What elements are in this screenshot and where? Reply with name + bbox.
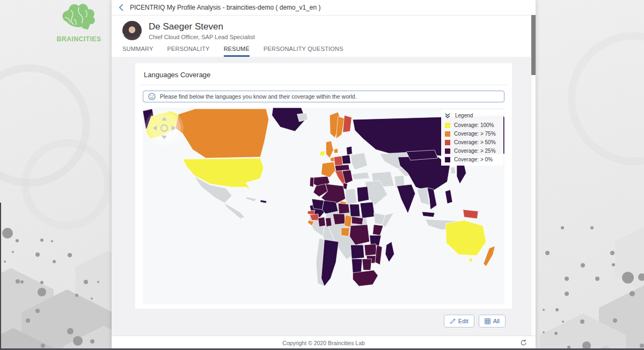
decor-dot	[67, 328, 74, 334]
country-cuba[interactable]	[246, 197, 257, 202]
pan-right-icon[interactable]	[172, 125, 175, 131]
country-ivory-coast[interactable]	[318, 217, 326, 227]
edit-button[interactable]: Edit	[444, 315, 474, 327]
country-mauritania[interactable]	[312, 199, 324, 210]
all-button[interactable]: All	[479, 315, 506, 327]
country-central-african-republic[interactable]	[352, 217, 363, 225]
country-new-zealand[interactable]	[484, 246, 495, 266]
pan-up-icon[interactable]	[162, 117, 167, 121]
country-portugal[interactable]	[310, 177, 314, 187]
country-angola[interactable]	[350, 245, 364, 259]
decor-dot	[555, 308, 559, 311]
decor-dot	[630, 291, 635, 296]
tab-resume[interactable]: RESUMÉ	[224, 46, 250, 57]
pan-center-icon[interactable]	[160, 124, 168, 132]
background-right	[536, 0, 644, 350]
hint-banner: Please find below the languages you know…	[143, 91, 504, 102]
refresh-icon[interactable]	[520, 339, 527, 346]
country-south-africa[interactable]	[353, 270, 378, 286]
decor-dot	[610, 251, 614, 255]
country-zambia[interactable]	[364, 244, 377, 256]
country-senegal[interactable]	[308, 210, 315, 215]
legend-item: Coverage: > 50%	[445, 139, 500, 145]
country-kenya[interactable]	[372, 225, 383, 235]
decor-dot	[84, 280, 88, 284]
country-canada[interactable]	[175, 109, 269, 158]
country-poland[interactable]	[342, 155, 351, 164]
decor-dot	[53, 260, 56, 263]
map-pan-control[interactable]	[150, 114, 178, 142]
legend-item: Coverage: > 75%	[445, 131, 500, 137]
country-argentina[interactable]	[321, 240, 339, 286]
decor-dot	[12, 251, 14, 253]
country-ukraine[interactable]	[350, 153, 367, 170]
scrollbar-thumb[interactable]	[531, 15, 536, 75]
country-malaysia[interactable]	[422, 212, 434, 217]
country-finland[interactable]	[343, 115, 352, 132]
country-turkey[interactable]	[352, 172, 369, 180]
legend-label: Coverage: > 0%	[454, 157, 493, 162]
decor-dot	[73, 336, 83, 346]
country-korea[interactable]	[450, 167, 456, 174]
scrollbar[interactable]	[531, 15, 536, 336]
legend-label: Coverage: 100%	[454, 122, 494, 128]
tab-personality-questions[interactable]: PERSONALITY QUESTIONS	[264, 46, 343, 57]
copyright-text: Copyright © 2020 Braincities Lab	[282, 340, 365, 346]
country-myanmar-thailand[interactable]	[417, 188, 429, 205]
languages-coverage-card: Languages Coverage Please find below the…	[135, 63, 512, 309]
country-india[interactable]	[397, 184, 415, 213]
collapse-chevrons-icon[interactable]	[445, 113, 450, 118]
edit-button-label: Edit	[458, 318, 469, 324]
country-france[interactable]	[321, 162, 335, 177]
decor-dot	[41, 344, 45, 348]
country-papua-new-guinea[interactable]	[463, 210, 478, 219]
legend-swatch	[445, 131, 450, 137]
country-botswana[interactable]	[362, 259, 372, 270]
country-iceland[interactable]	[297, 113, 308, 122]
country-central-europe[interactable]	[335, 165, 349, 171]
tab-personality[interactable]: PERSONALITY	[167, 46, 209, 57]
country-madagascar[interactable]	[385, 242, 394, 262]
country-chad[interactable]	[349, 204, 360, 217]
window-left-edge	[0, 203, 1, 350]
country-ghana[interactable]	[325, 218, 332, 227]
divider	[140, 85, 508, 85]
decor-dot	[26, 318, 30, 323]
country-denmark[interactable]	[334, 148, 338, 153]
decor-dot	[638, 273, 644, 281]
legend-label: Coverage: > 50%	[454, 139, 496, 145]
footer: Copyright © 2020 Braincities Lab	[112, 336, 536, 350]
pan-down-icon[interactable]	[162, 136, 167, 139]
background-left: BRAINCITIES	[0, 0, 112, 350]
country-tunisia[interactable]	[343, 183, 348, 190]
legend-swatch	[445, 123, 450, 128]
legend-swatch	[445, 148, 450, 154]
world-map-container: Legend Coverage: 100% Coverage: > 75% Co…	[143, 108, 504, 304]
country-libya[interactable]	[346, 189, 357, 204]
country-central-america[interactable]	[225, 203, 245, 219]
country-philippines[interactable]	[445, 190, 452, 204]
tab-summary[interactable]: SUMMARY	[122, 46, 153, 57]
country-germany[interactable]	[334, 156, 343, 166]
country-sudan[interactable]	[360, 202, 375, 218]
country-mali[interactable]	[323, 200, 338, 214]
country-australia[interactable]	[445, 220, 486, 256]
map-legend: Legend Coverage: 100% Coverage: > 75% Co…	[441, 110, 503, 166]
app-panel: PICENTRIQ My Profile Analysis - braincit…	[112, 0, 536, 350]
decor-dot	[613, 318, 617, 323]
decor-dot	[543, 309, 545, 311]
country-tasmania[interactable]	[469, 258, 473, 263]
country-nigeria[interactable]	[333, 214, 345, 225]
country-egypt[interactable]	[357, 187, 369, 202]
pan-left-icon[interactable]	[153, 125, 157, 131]
back-icon[interactable]	[119, 4, 123, 11]
country-baltics[interactable]	[347, 146, 353, 155]
country-caribbean[interactable]	[260, 200, 267, 203]
country-usa[interactable]	[182, 158, 264, 189]
country-ireland[interactable]	[320, 151, 325, 156]
country-gabon[interactable]	[341, 228, 350, 236]
country-niger[interactable]	[338, 203, 350, 214]
decor-dot	[554, 332, 558, 335]
country-cameroon[interactable]	[345, 215, 352, 227]
country-uk[interactable]	[326, 141, 333, 158]
